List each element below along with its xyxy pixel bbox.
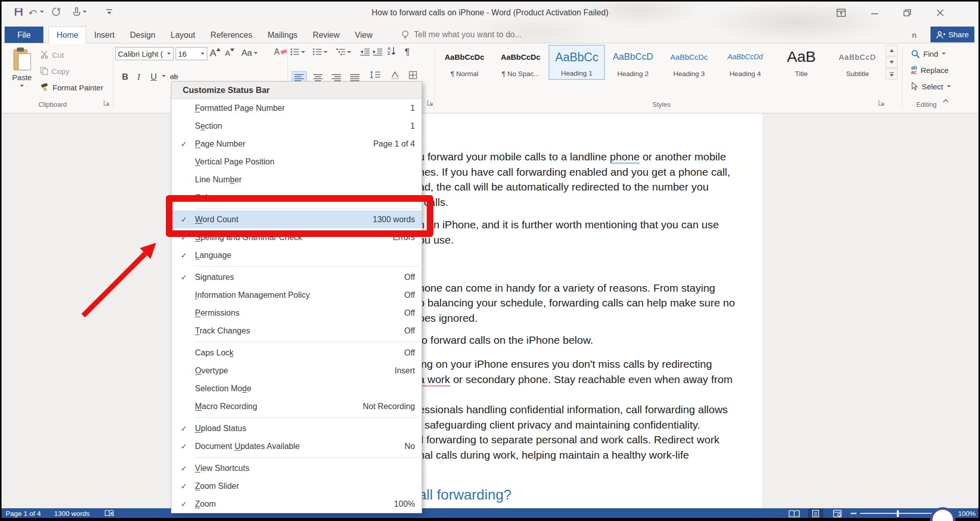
style-tile-subtitle[interactable]: AaBbCcDSubtitle: [829, 45, 886, 80]
cut-button[interactable]: Cut: [40, 49, 64, 61]
font-name-combo[interactable]: Calibri Light (: [115, 47, 174, 60]
menu-item-label: Section: [195, 122, 410, 131]
shading-button[interactable]: [390, 71, 400, 79]
status-menu-item-view-shortcuts[interactable]: ✓View Shortcuts: [172, 459, 422, 477]
status-menu-item-macro-recording[interactable]: Macro RecordingNot Recording: [172, 397, 422, 415]
clear-formatting-button[interactable]: A: [274, 48, 287, 57]
style-tile-title[interactable]: AaBTitle: [773, 45, 829, 80]
sort-button[interactable]: A Z: [387, 46, 396, 56]
find-button[interactable]: Find: [911, 47, 946, 60]
sign-in-fragment[interactable]: n: [912, 31, 916, 39]
replace-button[interactable]: ab ac Replace: [911, 63, 949, 77]
paste-button[interactable]: Paste: [7, 48, 37, 101]
styles-more-icon[interactable]: [886, 68, 898, 80]
tab-insert[interactable]: Insert: [86, 27, 122, 43]
underline-dropdown-icon[interactable]: [162, 75, 166, 77]
status-menu-item-document-updates-available[interactable]: ✓Document Updates AvailableNo: [172, 437, 422, 455]
restore-icon[interactable]: [900, 7, 915, 19]
zoom-slider-thumb[interactable]: [897, 510, 899, 517]
font-name-dropdown-icon: [167, 53, 171, 55]
zoom-out-button[interactable]: [851, 509, 856, 518]
status-menu-item-vertical-page-position[interactable]: Vertical Page Position: [172, 153, 422, 171]
paragraph-dialog-launcher-icon[interactable]: [427, 100, 434, 107]
tab-review[interactable]: Review: [305, 27, 347, 43]
zoom-level[interactable]: 100%: [958, 509, 976, 518]
proofing-errors-icon[interactable]: [105, 509, 114, 518]
decrease-indent-button[interactable]: [360, 48, 370, 56]
ribbon-display-options-icon[interactable]: [834, 7, 849, 19]
menu-item-label: Line Number: [195, 175, 415, 184]
document-text[interactable]: u forward your mobile calls to a landlin…: [419, 149, 735, 504]
menu-separator: [172, 415, 422, 419]
status-menu-item-overtype[interactable]: OvertypeInsert: [172, 362, 422, 380]
paste-dropdown-icon[interactable]: [20, 85, 24, 87]
underline-button[interactable]: U: [151, 72, 157, 82]
ribbon: Paste Cut Copy Format Painter Clipboard …: [2, 43, 978, 113]
tell-me-box[interactable]: Tell me what you want to do...: [401, 30, 522, 40]
styles-dialog-launcher-icon[interactable]: [878, 100, 886, 107]
read-mode-icon[interactable]: [787, 509, 802, 518]
collapse-ribbon-icon[interactable]: [943, 99, 949, 103]
change-case-button[interactable]: Aa: [241, 48, 258, 58]
status-menu-item-permissions[interactable]: PermissionsOff: [172, 304, 422, 322]
tab-layout[interactable]: Layout: [163, 27, 203, 43]
style-tile--normal[interactable]: AaBbCcDc¶ Normal: [436, 45, 493, 80]
clipboard-dialog-launcher-icon[interactable]: [104, 100, 111, 107]
status-menu-item-section[interactable]: Section1: [172, 117, 422, 135]
minimize-icon[interactable]: [867, 7, 883, 19]
title-bar: How to forward calls on iPhone - Word (P…: [2, 2, 978, 25]
style-tile-heading-4[interactable]: AaBbCcDdHeading 4: [717, 45, 773, 80]
multilevel-list-button[interactable]: [336, 48, 351, 56]
tab-view[interactable]: View: [347, 27, 380, 43]
line-spacing-button[interactable]: [370, 71, 380, 79]
status-menu-item-signatures[interactable]: ✓SignaturesOff: [172, 268, 422, 286]
editing-group-label: Editing: [906, 101, 947, 108]
close-icon[interactable]: [933, 7, 948, 19]
italic-button[interactable]: I: [137, 72, 140, 82]
format-painter-button[interactable]: Format Painter: [40, 81, 103, 93]
status-menu-item-information-management-policy[interactable]: Information Management PolicyOff: [172, 286, 422, 304]
numbering-button[interactable]: [313, 48, 328, 56]
share-button[interactable]: Share: [930, 27, 974, 42]
font-size-combo[interactable]: 16: [176, 47, 207, 60]
web-layout-icon[interactable]: [829, 509, 845, 518]
style-tile-heading-1[interactable]: AaBbCcHeading 1: [549, 45, 605, 80]
word-count-indicator[interactable]: 1300 words: [54, 509, 90, 518]
status-menu-item-track-changes[interactable]: Track ChangesOff: [172, 322, 422, 340]
print-layout-icon[interactable]: [808, 509, 823, 518]
status-menu-item-zoom-slider[interactable]: ✓Zoom Slider: [172, 477, 422, 495]
status-menu-item-upload-status[interactable]: ✓Upload Status: [172, 419, 422, 437]
tab-references[interactable]: References: [203, 27, 260, 43]
shrink-font-button[interactable]: A: [225, 49, 234, 57]
tab-file[interactable]: File: [5, 27, 43, 43]
increase-indent-button[interactable]: [373, 48, 382, 56]
tab-home[interactable]: Home: [48, 27, 87, 43]
bold-button[interactable]: B: [122, 72, 128, 82]
select-button[interactable]: Select: [911, 80, 951, 93]
grow-font-button[interactable]: A: [210, 48, 220, 59]
status-menu-item-caps-lock[interactable]: Caps LockOff: [172, 344, 422, 362]
status-menu-item-page-number[interactable]: ✓Page NumberPage 1 of 4: [172, 135, 422, 153]
status-menu-item-language[interactable]: ✓Language: [172, 246, 422, 264]
copy-button[interactable]: Copy: [40, 65, 69, 77]
style-tile-heading-2[interactable]: AaBbCcDHeading 2: [605, 45, 661, 80]
status-menu-item-formatted-page-number[interactable]: Formatted Page Number1: [172, 99, 422, 117]
styles-scroll-down-icon[interactable]: [886, 57, 898, 68]
pilcrow-button[interactable]: ¶: [405, 47, 410, 58]
status-menu-item-selection-mode[interactable]: Selection Mode: [172, 380, 422, 397]
style-tile-heading-3[interactable]: AaBbCcDcHeading 3: [661, 45, 717, 80]
status-menu-item-line-number[interactable]: Line Number: [172, 171, 422, 188]
tab-design[interactable]: Design: [122, 27, 163, 43]
zoom-slider-track[interactable]: [860, 513, 941, 514]
status-menu-item-zoom[interactable]: ✓Zoom100%: [172, 495, 422, 513]
style-tile--no-spac-[interactable]: AaBbCcDc¶ No Spac...: [493, 45, 549, 80]
menu-item-label: View Shortcuts: [195, 464, 415, 473]
borders-button[interactable]: [409, 71, 417, 79]
bullets-button[interactable]: [290, 48, 305, 56]
status-bar[interactable]: Page 1 of 4 1300 words 100%: [2, 508, 978, 519]
tab-mailings[interactable]: Mailings: [260, 27, 305, 43]
page-indicator[interactable]: Page 1 of 4: [6, 509, 41, 518]
strikethrough-button[interactable]: ab: [170, 73, 178, 81]
styles-scroll-up-icon[interactable]: [886, 45, 898, 56]
replace-icon: ab ac: [911, 65, 917, 75]
